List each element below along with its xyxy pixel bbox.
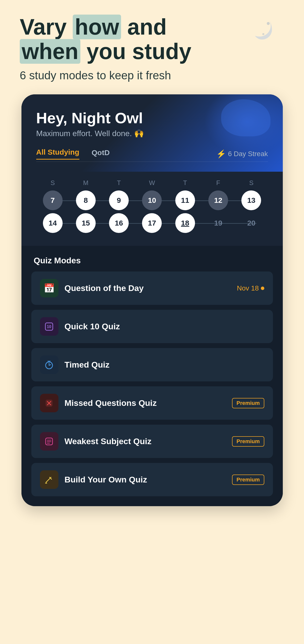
highlight-when: when: [20, 39, 80, 64]
missed-icon: [40, 394, 58, 412]
cal-day-8[interactable]: 8: [76, 190, 96, 210]
cal-day-17[interactable]: 17: [142, 213, 162, 233]
day-label-s1: S: [36, 179, 69, 187]
weakest-label: Weakest Subject Quiz: [65, 436, 226, 446]
quick10-label: Quick 10 Quiz: [65, 322, 264, 331]
qotd-icon: 📅: [40, 279, 58, 298]
phone-container: Hey, Night Owl Maximum effort. Well done…: [21, 94, 283, 506]
quiz-card-custom[interactable]: Build Your Own Quiz Premium: [31, 463, 273, 496]
custom-icon: [40, 470, 58, 489]
streak-badge: ⚡ 6 Day Streak: [216, 149, 268, 158]
svg-point-1: [262, 33, 264, 35]
cal-day-7[interactable]: 7: [43, 190, 63, 210]
quiz-card-quick10[interactable]: 10 Quick 10 Quiz: [31, 310, 273, 343]
phone-header: Hey, Night Owl Maximum effort. Well done…: [21, 94, 283, 172]
tab-qotd[interactable]: QotD: [92, 148, 110, 159]
cal-day-11[interactable]: 11: [175, 190, 195, 210]
calendar-week1: 7 8 9 10 11 12 13: [36, 190, 268, 210]
custom-label: Build Your Own Quiz: [65, 475, 226, 484]
svg-point-0: [267, 22, 270, 25]
custom-premium-badge: Premium: [232, 474, 264, 485]
tab-all-studying[interactable]: All Studying: [36, 148, 79, 160]
cal-day-19[interactable]: 19: [208, 213, 228, 233]
cal-day-14[interactable]: 14: [43, 213, 63, 233]
cal-day-10[interactable]: 10: [142, 190, 162, 210]
streak-label: 6 Day Streak: [228, 150, 268, 158]
quiz-card-qotd[interactable]: 📅 Question of the Day Nov 18: [31, 272, 273, 305]
moon-icon: [245, 12, 279, 47]
weakest-premium-badge: Premium: [232, 436, 264, 447]
qotd-dot: [261, 286, 264, 290]
calendar-days-header: S M T W T F S: [36, 179, 268, 187]
greeting-title: Hey, Night Owl: [36, 109, 268, 127]
day-label-m: M: [69, 179, 102, 187]
cal-day-16[interactable]: 16: [109, 213, 129, 233]
page-wrapper: Vary how and when you study 6 study mode…: [0, 0, 304, 644]
greeting-subtitle: Maximum effort. Well done. 🙌: [36, 129, 268, 138]
cal-day-15[interactable]: 15: [76, 213, 96, 233]
streak-icon: ⚡: [216, 149, 226, 158]
weakest-icon: [40, 432, 58, 450]
quick10-icon: 10: [40, 317, 58, 336]
cal-day-13[interactable]: 13: [241, 190, 261, 210]
day-label-t1: T: [102, 179, 135, 187]
highlight-how: how: [73, 14, 121, 39]
cal-day-9[interactable]: 9: [109, 190, 129, 210]
quiz-card-weakest[interactable]: Weakest Subject Quiz Premium: [31, 425, 273, 458]
calendar-section: S M T W T F S 7 8 9 10 11 12 13 14 1: [21, 172, 283, 246]
missed-label: Missed Questions Quiz: [65, 398, 226, 408]
quiz-card-missed[interactable]: Missed Questions Quiz Premium: [31, 386, 273, 420]
cal-day-12[interactable]: 12: [208, 190, 228, 210]
svg-text:10: 10: [47, 324, 51, 329]
quiz-modes-section: Quiz Modes 📅 Question of the Day Nov 18 …: [21, 246, 283, 506]
header-section: Vary how and when you study 6 study mode…: [20, 15, 284, 82]
missed-premium-badge: Premium: [232, 398, 264, 408]
day-label-f: F: [202, 179, 235, 187]
cal-day-20[interactable]: 20: [241, 213, 261, 233]
tabs-row: All Studying QotD ⚡ 6 Day Streak: [36, 148, 268, 162]
qotd-label: Question of the Day: [65, 283, 231, 293]
qotd-date: Nov 18: [237, 284, 264, 292]
timed-icon: [40, 356, 58, 374]
day-label-w: W: [135, 179, 168, 187]
day-label-t2: T: [169, 179, 202, 187]
cal-day-18[interactable]: 18: [175, 213, 195, 233]
timed-label: Timed Quiz: [65, 360, 264, 370]
subtitle: 6 study modes to keep it fresh: [20, 69, 284, 82]
quiz-card-timed[interactable]: Timed Quiz: [31, 348, 273, 382]
calendar-week2: 14 15 16 17 18 19 20: [36, 213, 268, 233]
quiz-modes-title: Quiz Modes: [31, 256, 273, 265]
day-label-s2: S: [235, 179, 268, 187]
